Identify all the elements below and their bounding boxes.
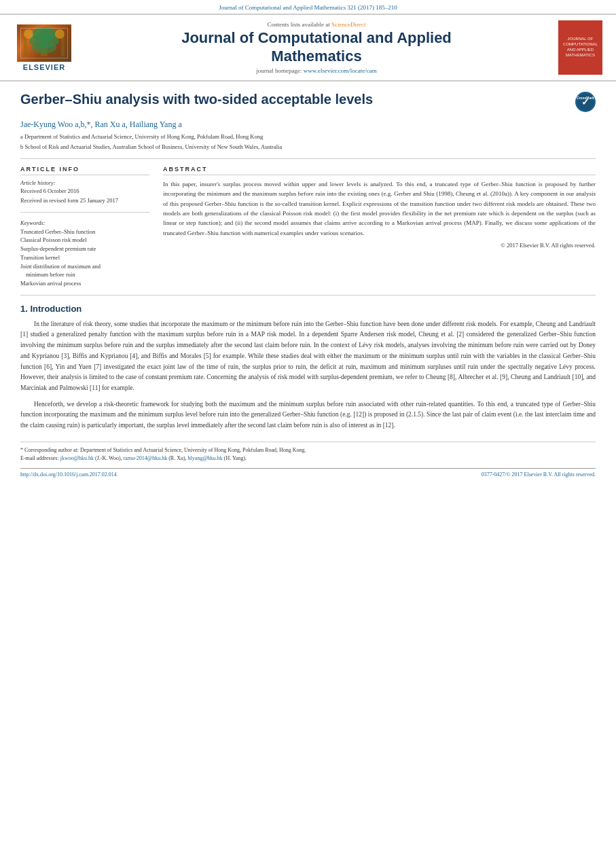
abstract-column: ABSTRACT In this paper, insurer's surplu… bbox=[163, 166, 596, 288]
keyword-1: Truncated Gerber–Shiu function bbox=[20, 228, 149, 236]
received-revised-date: Received in revised form 25 January 2017 bbox=[20, 197, 149, 205]
svg-point-3 bbox=[32, 41, 56, 54]
doi-bar: Journal of Computational and Applied Mat… bbox=[0, 0, 616, 14]
keyword-5: Joint distribution of maximum and bbox=[20, 262, 149, 271]
keyword-2: Classical Poisson risk model bbox=[20, 236, 149, 245]
sciencedirect-link[interactable]: ScienceDirect bbox=[331, 21, 365, 28]
journal-homepage: journal homepage: www.elsevier.com/locat… bbox=[83, 67, 550, 74]
intro-paragraph-1: In the literature of risk theory, some s… bbox=[20, 319, 596, 394]
keyword-6: Markovian arrival process bbox=[20, 279, 149, 288]
keywords-section: Keywords: Truncated Gerber–Shiu function… bbox=[20, 219, 149, 288]
article-info-header: ARTICLE INFO bbox=[20, 166, 149, 175]
doi-link[interactable]: Journal of Computational and Applied Mat… bbox=[219, 4, 397, 11]
bottom-links: http://dx.doi.org/10.1016/j.cam.2017.02.… bbox=[20, 471, 596, 478]
divider-1 bbox=[20, 158, 596, 159]
email-1[interactable]: jkwoo@hku.hk bbox=[60, 455, 94, 461]
crossmark: ✓ CrossMark bbox=[575, 92, 596, 112]
elsevier-logo-image bbox=[17, 24, 71, 62]
affiliation-b: b School of Risk and Actuarial Studies, … bbox=[20, 143, 596, 151]
article-history-label: Article history: bbox=[20, 179, 149, 186]
keyword-3: Surplus-dependent premium rate bbox=[20, 245, 149, 253]
svg-rect-4 bbox=[24, 36, 27, 56]
abstract-text: In this paper, insurer's surplus process… bbox=[163, 179, 596, 238]
affiliation-a: a Department of Statistics and Actuarial… bbox=[20, 133, 596, 141]
journal-cover-text: JOURNAL OF COMPUTATIONAL AND APPLIED MAT… bbox=[563, 37, 598, 58]
email-2[interactable]: ramu-2014@hku.hk bbox=[124, 455, 167, 461]
svg-point-2 bbox=[29, 34, 59, 48]
homepage-url[interactable]: www.elsevier.com/locate/cam bbox=[304, 67, 377, 74]
abstract-header: ABSTRACT bbox=[163, 166, 596, 175]
svg-point-1 bbox=[32, 27, 56, 41]
svg-text:CrossMark: CrossMark bbox=[577, 96, 594, 100]
email-3[interactable]: hlyang@hku.hk bbox=[188, 455, 223, 461]
keyword-5b: minimum before ruin bbox=[20, 270, 149, 279]
keywords-label: Keywords: bbox=[20, 219, 149, 226]
footnote-area: * Corresponding author at: Department of… bbox=[20, 442, 596, 478]
journal-title-center: Contents lists available at ScienceDirec… bbox=[83, 21, 550, 74]
footnote-emails: E-mail addresses: jkwoo@hku.hk (J.-K. Wo… bbox=[20, 454, 596, 463]
svg-point-6 bbox=[24, 29, 33, 39]
elsevier-logo: ELSEVIER bbox=[14, 24, 75, 71]
article-info-column: ARTICLE INFO Article history: Received 6… bbox=[20, 166, 149, 288]
divider-2 bbox=[20, 295, 596, 296]
journal-cover: JOURNAL OF COMPUTATIONAL AND APPLIED MAT… bbox=[558, 20, 602, 75]
sciencedirect-label: Contents lists available at ScienceDirec… bbox=[83, 21, 550, 28]
footnote-divider bbox=[20, 468, 596, 469]
copyright: © 2017 Elsevier B.V. All rights reserved… bbox=[163, 242, 596, 249]
journal-header: ELSEVIER Contents lists available at Sci… bbox=[0, 14, 616, 82]
svg-point-7 bbox=[55, 29, 65, 39]
article-title: Gerber–Shiu analysis with two-sided acce… bbox=[20, 92, 575, 107]
journal-name: Journal of Computational and Applied Mat… bbox=[83, 29, 550, 65]
elsevier-label: ELSEVIER bbox=[23, 63, 65, 71]
divider-info bbox=[20, 212, 149, 213]
issn-text: 0377-0427/© 2017 Elsevier B.V. All right… bbox=[482, 471, 596, 478]
two-column-section: ARTICLE INFO Article history: Received 6… bbox=[20, 166, 596, 288]
svg-rect-5 bbox=[61, 36, 65, 56]
intro-paragraph-2: Henceforth, we develop a risk-theoretic … bbox=[20, 399, 596, 431]
keyword-4: Transition kernel bbox=[20, 253, 149, 262]
authors: Jae-Kyung Woo a,b,*, Ran Xu a, Hailiang … bbox=[20, 120, 596, 130]
svg-rect-0 bbox=[41, 29, 48, 56]
doi-bottom-link[interactable]: http://dx.doi.org/10.1016/j.cam.2017.02.… bbox=[20, 471, 117, 478]
received-date: Received 6 October 2016 bbox=[20, 187, 149, 196]
article-content: Gerber–Shiu analysis with two-sided acce… bbox=[0, 82, 616, 488]
section-1-title: 1. Introduction bbox=[20, 304, 596, 314]
footnote-star: * Corresponding author at: Department of… bbox=[20, 446, 596, 454]
